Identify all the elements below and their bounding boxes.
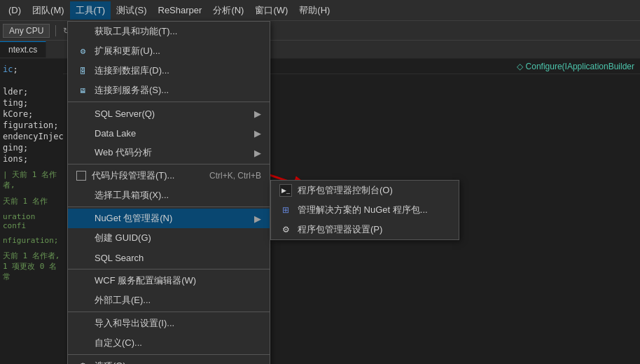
code-line-3: lder;	[3, 87, 60, 97]
tools-label-10: 创建 GUID(G)	[95, 232, 151, 244]
tools-dropdown: 获取工具和功能(T)... ⚙ 扩展和更新(U)... 🗄 连接到数据库(D).…	[67, 21, 270, 364]
code-comment-2: 天前 1 名作	[3, 196, 60, 206]
tools-menu-snippet[interactable]: 代码片段管理器(T)... Ctrl+K, Ctrl+B	[68, 166, 270, 186]
sep-4	[68, 269, 270, 270]
menu-item-window[interactable]: 窗口(W)	[249, 1, 293, 20]
tools-menu-options[interactable]: ⚙ 选项(O)...	[68, 356, 270, 364]
tools-icon-1: ⚙	[76, 45, 89, 57]
menu-item-tools[interactable]: 工具(T)	[70, 1, 111, 20]
tools-label-16: 选项(O)...	[95, 360, 134, 364]
toolbar-separator	[55, 25, 56, 36]
tools-menu-wcf[interactable]: WCF 服务配置编辑器(W)	[68, 271, 270, 290]
tools-icon-4	[76, 107, 89, 120]
code-line-8: ging;	[3, 143, 60, 153]
sep-1	[68, 102, 270, 102]
nuget-label-2: 程序包管理器设置(P)	[298, 223, 382, 236]
code-line-2	[3, 76, 60, 85]
nuget-label-1: 管理解决方案的 NuGet 程序包...	[298, 204, 428, 216]
tools-icon-9	[76, 212, 89, 225]
tools-icon-0	[76, 25, 89, 38]
tools-menu-customize[interactable]: 自定义(C)...	[68, 333, 270, 353]
tools-label-12: WCF 服务配置编辑器(W)	[95, 274, 196, 287]
tools-icon-7	[76, 171, 86, 181]
code-line-7: endencyInject	[3, 132, 60, 141]
tools-menu-sql-server[interactable]: SQL Server(Q) ▶	[68, 104, 270, 123]
menu-item-team[interactable]: 团队(M)	[27, 1, 70, 20]
tools-icon-10	[76, 232, 89, 244]
tools-icon-8	[76, 189, 89, 202]
menu-bar: (D) 团队(M) 工具(T) 测试(S) ReSharper 分析(N) 窗口…	[0, 0, 640, 21]
breadcrumb-method: Configure(IApplicationBuilder	[526, 62, 634, 71]
tools-menu-nuget[interactable]: NuGet 包管理器(N) ▶	[68, 209, 270, 228]
tools-icon-11	[76, 251, 89, 264]
tools-label-13: 外部工具(E)...	[95, 294, 151, 307]
sep-2	[68, 164, 270, 164]
tools-icon-12	[76, 274, 89, 287]
tools-menu-sql-search[interactable]: SQL Search	[68, 248, 270, 267]
tools-label-6: Web 代码分析	[95, 146, 152, 159]
tools-icon-13	[76, 294, 89, 307]
tools-menu-extensions[interactable]: ⚙ 扩展和更新(U)...	[68, 41, 270, 61]
tools-label-2: 连接到数据库(D)...	[95, 64, 169, 77]
sep-3	[68, 206, 270, 207]
tools-menu-import-export[interactable]: 导入和导出设置(I)...	[68, 314, 270, 333]
tools-menu-connect-server[interactable]: 🖥 连接到服务器(S)...	[68, 80, 270, 100]
nuget-menu-console[interactable]: ▶_ 程序包管理器控制台(O)	[271, 181, 459, 200]
sep-6	[68, 354, 270, 355]
nuget-menu-manage[interactable]: ⊞ 管理解决方案的 NuGet 程序包...	[271, 200, 459, 220]
code-line-6: figuration;	[3, 120, 60, 130]
tools-label-7: 代码片段管理器(T)...	[92, 169, 174, 182]
nuget-icon-1: ⊞	[279, 204, 292, 216]
code-line-4: ting;	[3, 98, 60, 108]
tools-label-8: 选择工具箱项(X)...	[95, 189, 169, 202]
code-editor-left: ic; lder; ting; kCore; figuration; enden…	[0, 59, 63, 364]
tools-label-11: SQL Search	[95, 253, 144, 263]
nuget-submenu: ▶_ 程序包管理器控制台(O) ⊞ 管理解决方案的 NuGet 程序包... ⚙…	[270, 180, 459, 240]
nuget-arrow: ▶	[254, 214, 261, 224]
tools-menu-guid[interactable]: 创建 GUID(G)	[68, 228, 270, 248]
tools-icon-6	[76, 146, 89, 159]
tools-icon-15	[76, 337, 89, 349]
tools-menu-web-analysis[interactable]: Web 代码分析 ▶	[68, 143, 270, 162]
menu-item-d[interactable]: (D)	[3, 2, 27, 18]
code-comment-5: 天前 1 名作者, 1 项更改 0 名常	[3, 251, 60, 282]
tools-label-0: 获取工具和功能(T)...	[95, 25, 177, 38]
tools-menu-toolbox[interactable]: 选择工具箱项(X)...	[68, 186, 270, 205]
tools-label-3: 连接到服务器(S)...	[95, 84, 169, 97]
nuget-icon-2: ⚙	[279, 223, 292, 236]
menu-item-resharper[interactable]: ReSharper	[153, 2, 208, 18]
tools-icon-5	[76, 127, 89, 139]
code-line-1: ic;	[3, 64, 60, 74]
tools-menu-connect-db[interactable]: 🗄 连接到数据库(D)...	[68, 61, 270, 80]
tools-label-4: SQL Server(Q)	[95, 108, 155, 119]
code-line-5: kCore;	[3, 109, 60, 119]
tools-shortcut-7: Ctrl+K, Ctrl+B	[209, 171, 261, 181]
tools-icon-3: 🖥	[76, 84, 89, 97]
code-line-9: ions;	[3, 154, 60, 164]
tools-label-1: 扩展和更新(U)...	[95, 45, 160, 57]
tools-icon-16: ⚙	[76, 360, 89, 364]
tools-label-5: Data Lake	[95, 128, 136, 139]
datalake-arrow: ▶	[254, 128, 261, 139]
tools-menu-data-lake[interactable]: Data Lake ▶	[68, 123, 270, 143]
tools-icon-14	[76, 317, 89, 330]
code-comment-1: | 天前 1 名作者,	[3, 169, 60, 190]
tab-ntext[interactable]: ntext.cs	[0, 41, 46, 57]
tools-label-9: NuGet 包管理器(N)	[95, 212, 172, 225]
tools-menu-get-tools[interactable]: 获取工具和功能(T)...	[68, 22, 270, 41]
tools-menu-external[interactable]: 外部工具(E)...	[68, 290, 270, 310]
nuget-menu-settings[interactable]: ⚙ 程序包管理器设置(P)	[271, 220, 459, 239]
menu-item-analyze[interactable]: 分析(N)	[207, 1, 249, 20]
sql-arrow: ▶	[254, 108, 261, 119]
menu-item-help[interactable]: 帮助(H)	[293, 1, 335, 20]
nuget-icon-0: ▶_	[279, 184, 292, 197]
tools-label-14: 导入和导出设置(I)...	[95, 317, 174, 330]
nuget-label-0: 程序包管理器控制台(O)	[298, 184, 393, 197]
web-arrow: ▶	[254, 148, 261, 158]
cpu-selector[interactable]: Any CPU	[3, 24, 50, 38]
menu-item-test[interactable]: 测试(S)	[111, 1, 152, 20]
tools-label-15: 自定义(C)...	[95, 337, 142, 349]
code-comment-4: nfiguration;	[3, 236, 60, 245]
tools-icon-2: 🗄	[76, 64, 89, 77]
sep-5	[68, 312, 270, 312]
